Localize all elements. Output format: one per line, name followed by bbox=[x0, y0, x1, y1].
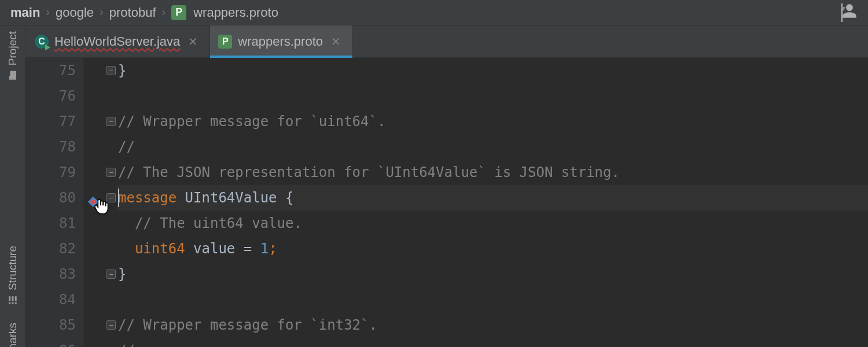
code-line[interactable]: } bbox=[117, 261, 868, 287]
line-number[interactable]: 83 bbox=[25, 261, 76, 287]
tool-structure[interactable]: Structure bbox=[6, 246, 19, 305]
tool-label: marks bbox=[6, 323, 19, 347]
proto-file-icon: P bbox=[218, 35, 232, 49]
text-caret bbox=[118, 189, 119, 207]
code-line[interactable] bbox=[117, 83, 868, 109]
code-line[interactable]: // The JSON representation for `UInt64Va… bbox=[117, 160, 868, 185]
tool-label: Structure bbox=[6, 246, 19, 290]
gutter-proto-icon[interactable] bbox=[87, 191, 100, 204]
code-line[interactable]: // bbox=[117, 338, 868, 347]
code-line[interactable]: } bbox=[117, 58, 868, 83]
fold-toggle[interactable] bbox=[106, 193, 116, 202]
fold-toggle[interactable] bbox=[106, 168, 116, 177]
breadcrumb-bar: main google protobuf P wrappers.proto ▾ bbox=[0, 0, 868, 25]
fold-toggle[interactable] bbox=[106, 320, 116, 330]
java-class-icon: C bbox=[35, 35, 49, 49]
breadcrumb: main google protobuf P wrappers.proto bbox=[10, 5, 278, 20]
code-editor[interactable]: 757677787980818283848586 }// Wrapper mes… bbox=[25, 58, 868, 347]
breadcrumb-item[interactable]: google bbox=[56, 5, 94, 20]
code-line[interactable]: // bbox=[117, 134, 868, 160]
fold-toggle[interactable] bbox=[106, 66, 116, 75]
tool-label: Project bbox=[6, 31, 19, 65]
breadcrumb-item[interactable]: protobuf bbox=[109, 5, 156, 20]
tool-bookmarks[interactable]: marks bbox=[6, 323, 19, 347]
editor-area: C HelloWorldServer.java ✕ P wrappers.pro… bbox=[25, 25, 868, 347]
tool-project[interactable]: Project bbox=[6, 31, 19, 80]
breadcrumb-file[interactable]: wrappers.proto bbox=[193, 5, 278, 20]
line-number[interactable]: 78 bbox=[25, 134, 76, 160]
structure-icon bbox=[8, 295, 18, 305]
tab-label: wrappers.proto bbox=[238, 34, 323, 49]
line-number[interactable]: 81 bbox=[25, 211, 76, 236]
user-menu[interactable]: ▾ bbox=[841, 3, 858, 23]
chevron-right-icon bbox=[162, 5, 166, 19]
line-number[interactable]: 86 bbox=[25, 338, 76, 347]
tab-wrappers-proto[interactable]: P wrappers.proto ✕ bbox=[210, 25, 353, 57]
line-number[interactable]: 76 bbox=[25, 83, 76, 109]
gutter-markers[interactable] bbox=[83, 58, 117, 347]
chevron-down-icon: ▾ bbox=[841, 3, 843, 22]
fold-toggle[interactable] bbox=[106, 117, 116, 126]
tab-label: HelloWorldServer.java bbox=[54, 34, 180, 49]
line-number[interactable]: 85 bbox=[25, 312, 76, 338]
line-number[interactable]: 82 bbox=[25, 236, 76, 261]
tab-helloworldserver[interactable]: C HelloWorldServer.java ✕ bbox=[27, 25, 210, 57]
line-number[interactable]: 79 bbox=[25, 160, 76, 185]
run-indicator-icon bbox=[45, 45, 50, 50]
line-number[interactable]: 80 bbox=[25, 185, 76, 211]
tool-window-strip: Project Structure marks bbox=[0, 25, 25, 347]
breadcrumb-root[interactable]: main bbox=[10, 5, 40, 20]
chevron-right-icon bbox=[46, 5, 50, 19]
code-line[interactable]: // Wrapper message for `uint64`. bbox=[117, 109, 868, 134]
code-line[interactable]: // The uint64 value. bbox=[117, 211, 868, 236]
close-icon[interactable]: ✕ bbox=[186, 34, 200, 50]
code-line[interactable] bbox=[117, 287, 868, 312]
line-number-gutter[interactable]: 757677787980818283848586 bbox=[25, 58, 83, 347]
line-number[interactable]: 75 bbox=[25, 58, 76, 83]
code-line[interactable]: uint64 value = 1; bbox=[117, 236, 868, 261]
line-number[interactable]: 77 bbox=[25, 109, 76, 134]
close-icon[interactable]: ✕ bbox=[329, 34, 343, 50]
proto-file-icon: P bbox=[171, 5, 186, 20]
line-number[interactable]: 84 bbox=[25, 287, 76, 312]
code-line[interactable]: // Wrapper message for `int32`. bbox=[117, 312, 868, 338]
folder-icon bbox=[8, 70, 18, 80]
chevron-right-icon bbox=[100, 5, 104, 19]
fold-toggle[interactable] bbox=[106, 270, 116, 279]
editor-tabs: C HelloWorldServer.java ✕ P wrappers.pro… bbox=[25, 25, 868, 58]
code-content[interactable]: }// Wrapper message for `uint64`.//// Th… bbox=[117, 58, 868, 347]
code-line[interactable]: message UInt64Value { bbox=[117, 185, 868, 211]
